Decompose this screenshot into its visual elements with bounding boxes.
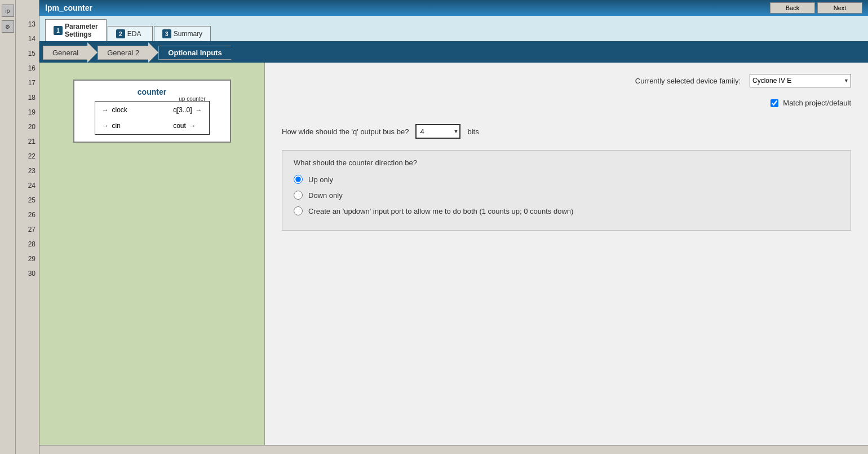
diagram-label-top: up counter	[179, 96, 205, 102]
settings-panel: Currently selected device family: Cyclon…	[265, 63, 868, 445]
side-icons-panel: ip ⚙	[0, 0, 16, 454]
arrow-in-cin: →	[102, 122, 109, 130]
line-number-25: 25	[16, 193, 39, 208]
next-button[interactable]: Next	[817, 2, 862, 14]
radio-updown: Create an 'updown' input port to allow m…	[294, 206, 839, 215]
preview-panel: counter up counter → clock → cin	[39, 63, 265, 445]
diagram-inputs: → clock → cin	[102, 106, 127, 130]
tabs-container: 1 ParameterSettings 2 EDA 3 Summary	[39, 16, 868, 42]
output-bus-input[interactable]	[415, 124, 460, 139]
tab-label-2: EDA	[127, 30, 141, 38]
cout-label: cout	[173, 122, 186, 130]
tab-summary[interactable]: 3 Summary	[154, 26, 211, 41]
device-family-select-wrapper: Cyclone IV E Cyclone IV GX Cyclone V Arr…	[750, 74, 851, 87]
line-numbers-panel: 131415161718192021222324252627282930	[16, 0, 39, 454]
bits-label: bits	[467, 127, 479, 136]
line-number-15: 15	[16, 46, 39, 61]
diagram-output-q: q[3..0] →	[173, 106, 202, 114]
counter-direction-question: What should the counter direction be?	[294, 158, 839, 167]
diagram-outputs: q[3..0] → cout →	[173, 106, 202, 130]
counter-direction-section: What should the counter direction be? Up…	[282, 150, 851, 231]
diagram-output-cout: cout →	[173, 122, 202, 130]
q-label: q[3..0]	[173, 106, 192, 114]
line-number-17: 17	[16, 76, 39, 90]
radio-updown-input[interactable]	[294, 206, 303, 215]
line-number-19: 19	[16, 105, 39, 120]
line-number-14: 14	[16, 32, 39, 46]
arrow-in-clock: →	[102, 106, 109, 114]
line-number-28: 28	[16, 237, 39, 252]
line-number-13: 13	[16, 17, 39, 32]
line-number-24: 24	[16, 178, 39, 193]
radio-down-only-label: Down only	[308, 191, 343, 200]
line-number-16: 16	[16, 61, 39, 76]
counter-diagram: counter up counter → clock → cin	[73, 80, 231, 143]
back-button[interactable]: Back	[770, 2, 815, 14]
match-project-row: Match project/default	[282, 99, 851, 107]
breadcrumb-arrow-3	[231, 42, 241, 63]
bottom-scrollbar[interactable]	[39, 445, 868, 454]
line-number-27: 27	[16, 222, 39, 237]
device-family-row: Currently selected device family: Cyclon…	[282, 74, 851, 87]
diagram-input-clock: → clock	[102, 106, 127, 114]
line-number-23: 23	[16, 164, 39, 178]
title-buttons: Back Next	[770, 2, 862, 14]
radio-up-only: Up only	[294, 175, 839, 184]
breadcrumb-label-general2: General 2	[98, 46, 149, 60]
arrow-out-q: →	[196, 106, 202, 114]
radio-down-only-input[interactable]	[294, 191, 303, 200]
breadcrumb-general2[interactable]: General 2	[98, 42, 158, 63]
line-number-18: 18	[16, 90, 39, 105]
diagram-title: counter	[83, 87, 221, 96]
breadcrumb-optional-inputs[interactable]: Optional Inputs	[158, 42, 241, 63]
cin-label: cin	[112, 122, 121, 130]
radio-updown-label: Create an 'updown' input port to allow m…	[308, 207, 573, 215]
breadcrumb-arrow-1	[87, 42, 98, 63]
breadcrumb-label-general: General	[43, 46, 88, 60]
tab-label-3: Summary	[174, 30, 202, 38]
breadcrumb-label-optional-inputs: Optional Inputs	[158, 46, 231, 60]
diagram-box: up counter → clock → cin q[3..0]	[95, 101, 210, 135]
ip-icon[interactable]: ip	[2, 5, 14, 17]
radio-up-only-label: Up only	[308, 175, 333, 184]
arrow-out-cout: →	[189, 122, 196, 130]
breadcrumb-bar: General General 2 Optional Inputs	[39, 42, 868, 63]
tab-number-3: 3	[162, 29, 171, 38]
diagram-input-cin: → cin	[102, 122, 127, 130]
tab-number-2: 2	[116, 29, 125, 38]
title-bar: lpm_counter Back Next	[39, 0, 868, 16]
match-project-label: Match project/default	[783, 99, 851, 107]
clock-label: clock	[112, 106, 127, 114]
line-number-29: 29	[16, 252, 39, 266]
line-number-26: 26	[16, 208, 39, 222]
radio-down-only: Down only	[294, 191, 839, 200]
output-bus-question: How wide should the 'q' output bus be?	[282, 127, 409, 136]
line-number-30: 30	[16, 266, 39, 281]
line-number-21: 21	[16, 134, 39, 149]
device-family-select[interactable]: Cyclone IV E Cyclone IV GX Cyclone V Arr…	[750, 74, 851, 87]
breadcrumb-general[interactable]: General	[43, 42, 98, 63]
line-number-20: 20	[16, 120, 39, 134]
radio-up-only-input[interactable]	[294, 175, 303, 184]
tab-eda[interactable]: 2 EDA	[108, 26, 153, 41]
tab-parameter-settings[interactable]: 1 ParameterSettings	[45, 19, 107, 41]
main-content: lpm_counter Back Next 1 ParameterSetting…	[39, 0, 868, 454]
gear-icon[interactable]: ⚙	[2, 20, 14, 33]
app-title: lpm_counter	[45, 3, 92, 12]
tab-label-1: ParameterSettings	[65, 23, 98, 38]
match-project-checkbox[interactable]	[770, 99, 778, 107]
output-bus-row: How wide should the 'q' output bus be? b…	[282, 124, 851, 139]
output-bus-select-wrapper	[415, 124, 460, 139]
tab-number-1: 1	[54, 26, 63, 35]
body-area: counter up counter → clock → cin	[39, 63, 868, 445]
breadcrumb-arrow-2	[148, 42, 158, 63]
device-family-label: Currently selected device family:	[635, 77, 741, 85]
line-number-22: 22	[16, 149, 39, 164]
